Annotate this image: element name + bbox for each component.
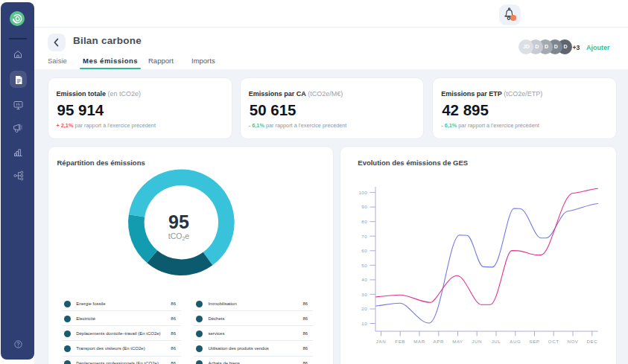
svg-text:60: 60	[361, 248, 367, 253]
svg-text:90: 90	[361, 204, 367, 209]
svg-text:DEC: DEC	[586, 339, 597, 344]
svg-text:10: 10	[361, 321, 367, 326]
svg-text:OCT: OCT	[548, 339, 559, 344]
svg-text:APR: APR	[434, 339, 444, 344]
svg-text:100: 100	[358, 190, 367, 195]
svg-text:MAY: MAY	[452, 339, 463, 344]
svg-text:70: 70	[361, 234, 367, 239]
svg-text:80: 80	[361, 219, 367, 224]
svg-text:JUL: JUL	[492, 339, 501, 344]
svg-text:MAR: MAR	[413, 339, 425, 344]
svg-text:30: 30	[361, 292, 367, 297]
svg-text:AUG: AUG	[510, 339, 521, 344]
svg-text:JUN: JUN	[472, 339, 482, 344]
svg-text:NOV: NOV	[567, 339, 578, 344]
svg-text:40: 40	[361, 277, 367, 282]
svg-text:20: 20	[361, 306, 367, 311]
svg-text:JAN: JAN	[376, 339, 386, 344]
svg-text:50: 50	[361, 263, 367, 268]
svg-text:FEB: FEB	[395, 339, 405, 344]
svg-text:SEP: SEP	[529, 339, 539, 344]
